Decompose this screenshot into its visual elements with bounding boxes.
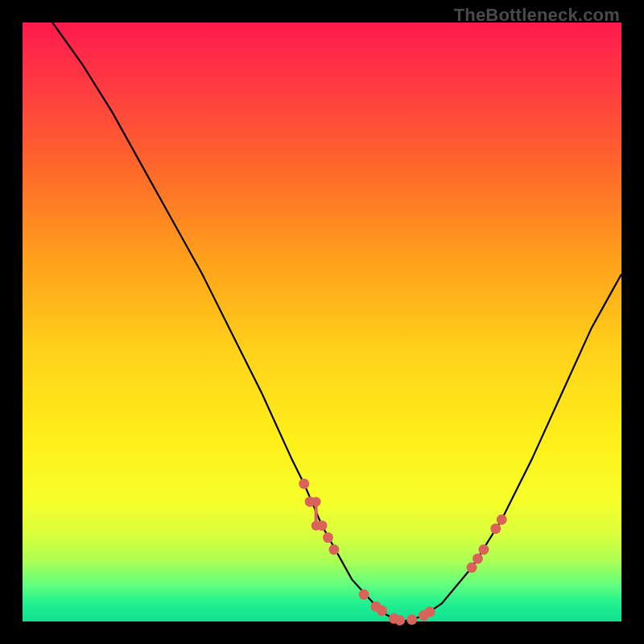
marker-dot: [328, 544, 339, 555]
bottleneck-curve: [52, 23, 621, 621]
marker-dot: [323, 532, 333, 543]
marker-dot: [467, 563, 477, 573]
marker-dot: [377, 605, 387, 616]
chart-svg: [23, 23, 621, 621]
marker-dot: [407, 614, 417, 625]
data-markers: [299, 478, 507, 625]
marker-dot: [317, 520, 328, 530]
marker-dot: [299, 478, 309, 489]
marker-dot: [478, 544, 489, 555]
marker-dot: [497, 514, 507, 525]
marker-dot: [424, 607, 435, 617]
marker-dot: [490, 523, 501, 534]
marker-dot: [394, 615, 405, 625]
marker-dot: [359, 589, 369, 600]
marker-dot: [473, 553, 483, 564]
marker-dot: [312, 497, 321, 506]
